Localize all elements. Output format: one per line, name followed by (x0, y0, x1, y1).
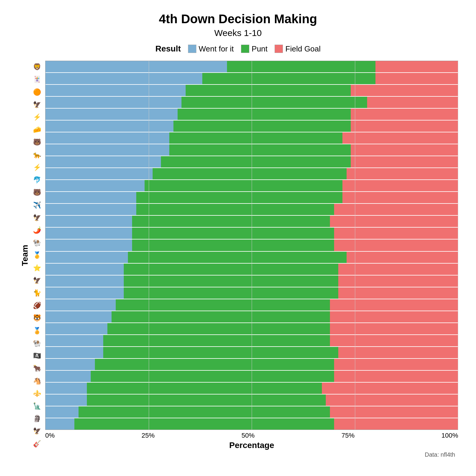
team-logo: 🐻 (30, 136, 44, 148)
legend-label-punt: Punt (252, 44, 268, 54)
x-axis-tick: 25% (142, 432, 155, 439)
bars-container (45, 61, 458, 430)
bar-fg (338, 275, 458, 287)
bar-fg (334, 359, 458, 370)
bar-fg (334, 371, 458, 382)
page: 4th Down Decision Making Weeks 1-10 Resu… (0, 0, 476, 476)
bar-fg (334, 239, 458, 251)
bar-fg (351, 120, 458, 132)
team-logo: 🏈 (30, 299, 44, 312)
bar-went (46, 359, 95, 370)
bar-went (46, 406, 79, 418)
bar-fg (338, 347, 458, 358)
legend-result-label: Result (155, 44, 181, 54)
bar-went (46, 120, 173, 132)
bar-fg (351, 156, 458, 167)
bar-fg (330, 406, 458, 418)
team-logo: 🐈 (30, 287, 44, 299)
team-logo: 🏅 (30, 325, 44, 337)
bar-fg (330, 335, 458, 346)
bar-fg (330, 311, 458, 322)
team-logo: ⭐ (30, 262, 44, 274)
bar-went (46, 97, 181, 108)
legend-label-fg: Field Goal (285, 44, 321, 54)
bar-went (46, 347, 103, 358)
bar-went (46, 311, 112, 322)
bar-punt (103, 335, 330, 346)
bar-fg (347, 168, 458, 179)
x-axis: 0%25%50%75%100% (45, 430, 458, 439)
bar-went (46, 216, 132, 227)
bar-punt (132, 239, 334, 251)
bar-punt (124, 275, 338, 287)
bar-went (46, 85, 186, 96)
bar-punt (132, 216, 330, 227)
bar-went (46, 335, 103, 346)
bar-punt (116, 299, 330, 311)
x-axis-tick: 0% (45, 432, 55, 439)
grid-line-100 (458, 61, 458, 430)
team-logo: 🎸 (30, 438, 44, 450)
legend-swatch-fg (275, 45, 283, 53)
team-logo: 🃏 (30, 73, 44, 86)
team-logo: 🦅 (30, 98, 44, 111)
bar-punt (169, 132, 342, 144)
team-logos-column: 🦁🃏🟠🦅⚡🧀🐻🐆⚡🐬🐻✈️🦅🌶️🐏🥇⭐🦅🐈🏈🐯🏅🐏🏴‍☠️🐂🐴⚜️🗽🗿🦅🎸 (30, 61, 45, 450)
bar-punt (79, 406, 330, 418)
bar-went (46, 61, 227, 72)
team-logo: 🐯 (30, 312, 44, 324)
bar-punt (103, 347, 338, 358)
team-logo: 🧀 (30, 123, 44, 136)
bar-punt (186, 85, 350, 96)
bar-fg (330, 299, 458, 311)
team-logo: ⚡ (30, 111, 44, 123)
bar-went (46, 239, 132, 251)
bar-punt (227, 61, 375, 72)
bar-punt (112, 311, 330, 322)
legend-swatch-punt (241, 45, 249, 53)
bar-went (46, 109, 178, 120)
chart-inner: 0%25%50%75%100% Percentage (45, 61, 458, 450)
bar-punt (169, 144, 351, 156)
team-logo: 🐂 (30, 362, 44, 375)
chart-subtitle: Weeks 1-10 (214, 28, 262, 38)
bar-punt (128, 252, 347, 263)
team-logo: ⚡ (30, 161, 44, 174)
x-axis-tick: 100% (441, 432, 458, 439)
bar-fg (338, 264, 458, 275)
x-axis-tick: 75% (342, 432, 355, 439)
bar-punt (95, 359, 334, 370)
bar-fg (330, 323, 458, 334)
bar-went (46, 156, 161, 167)
bar-punt (161, 156, 351, 167)
bar-punt (124, 287, 338, 299)
bar-went (46, 323, 107, 334)
x-axis-label: Percentage (45, 441, 458, 450)
bar-fg (351, 109, 458, 120)
team-logo: 🐬 (30, 174, 44, 186)
bar-went (46, 299, 116, 311)
bar-fg (342, 180, 458, 191)
bar-went (46, 168, 153, 179)
team-logo: 🐴 (30, 375, 44, 387)
bar-went (46, 371, 91, 382)
team-logo: 🦁 (30, 61, 44, 73)
bar-fg (334, 418, 458, 430)
bar-fg (375, 73, 458, 84)
bar-fg (330, 216, 458, 227)
bar-punt (153, 168, 346, 179)
bar-went (46, 264, 124, 275)
bar-went (46, 228, 132, 239)
bar-punt (91, 371, 334, 382)
team-logo: 🟠 (30, 86, 44, 98)
team-logo: 🥇 (30, 249, 44, 262)
bar-fg (342, 132, 458, 144)
bar-fg (367, 97, 458, 108)
bar-fg (334, 228, 458, 239)
team-logo: 🐏 (30, 337, 44, 350)
bar-fg (338, 287, 458, 299)
team-logo: 🐏 (30, 237, 44, 249)
grid-line-75 (355, 61, 355, 430)
bar-went (46, 132, 169, 144)
bar-punt (87, 383, 322, 394)
